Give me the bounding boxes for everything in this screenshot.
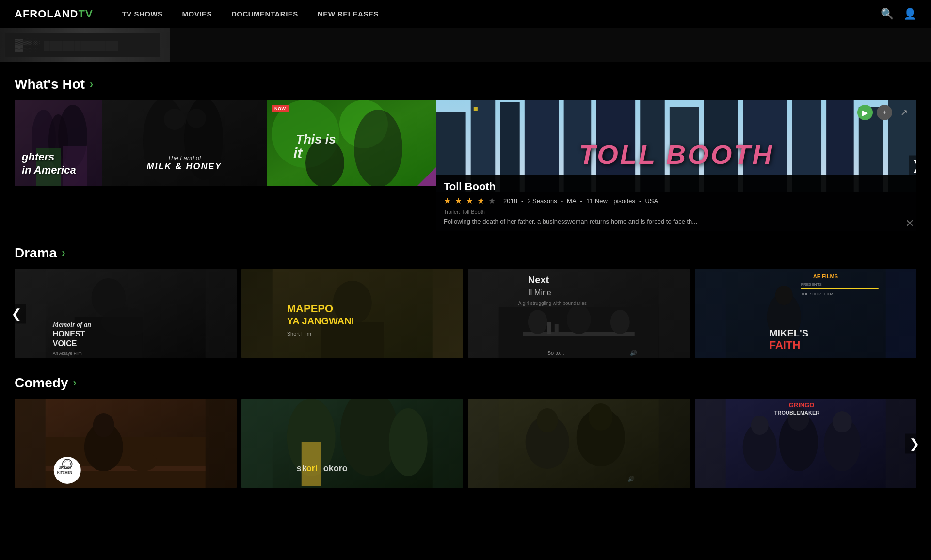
nav-links: TV SHOWS MOVIES DOCUMENTARIES NEW RELEAS… — [122, 10, 881, 18]
svg-rect-78 — [801, 288, 878, 289]
featured-meta: ★ ★ ★ ★ ★ 2018 - 2 Seasons - MA - 11 New… — [444, 196, 909, 206]
featured-trailer-label: Trailer: Toll Booth — [444, 209, 909, 215]
brand-logo[interactable]: AFROLANDTV — [15, 8, 93, 20]
svg-text:🔊: 🔊 — [627, 475, 635, 482]
featured-panel-toll-booth[interactable]: TOLL BOOTH ▶ + ↗ Toll Booth ★ ★ ★ ★ ★ 20… — [436, 100, 916, 231]
svg-text:A girl struggling with boundar: A girl struggling with boundaries — [518, 301, 587, 306]
nav-item-tv-shows[interactable]: TV SHOWS — [122, 10, 163, 18]
brand-logo-highlight: TV — [78, 8, 93, 20]
drama-header: Drama › — [15, 245, 916, 261]
hot-card-2-bg: The Land of MILK & HONEY — [102, 100, 267, 186]
corner-accent — [417, 167, 436, 186]
svg-text:▓▒░: ▓▒░ — [15, 38, 40, 52]
drama-card-memoir[interactable]: Memoir of an HONEST VOICE An Ablaye Film — [15, 269, 237, 358]
svg-text:KITCHEN: KITCHEN — [57, 471, 72, 474]
svg-point-12 — [164, 109, 185, 130]
featured-close-button[interactable]: ✕ — [905, 217, 914, 230]
svg-text:FAITH: FAITH — [769, 339, 800, 351]
hero-top-bar: ▓▒░ ████████████ — [0, 28, 931, 62]
svg-text:GRINGO: GRINGO — [788, 401, 814, 409]
featured-sep1: - — [521, 197, 523, 205]
svg-text:ori: ori — [306, 464, 317, 473]
featured-country: USA — [645, 197, 658, 205]
svg-point-105 — [589, 403, 613, 431]
main-content: What's Hot › — [0, 62, 931, 498]
featured-play-button[interactable]: ▶ — [857, 105, 873, 120]
drama-title: Drama — [15, 245, 57, 261]
hot-card-land-of-milk-honey[interactable]: The Land of MILK & HONEY — [102, 100, 267, 186]
svg-text:🔊: 🔊 — [630, 349, 637, 356]
svg-point-66 — [567, 305, 591, 334]
featured-add-button[interactable]: + — [877, 105, 892, 120]
comedy-arrow[interactable]: › — [73, 377, 76, 389]
svg-rect-64 — [555, 324, 559, 334]
search-icon[interactable]: 🔍 — [881, 8, 894, 20]
drama-cards-row: Memoir of an HONEST VOICE An Ablaye Film — [15, 269, 916, 358]
comedy-card-3[interactable]: 🔊 — [468, 399, 690, 488]
drama-arrow[interactable]: › — [62, 247, 65, 259]
svg-text:Short Film: Short Film — [287, 331, 311, 336]
mapepo-bg: MAPEPO YA JANGWANI Short Film — [241, 269, 464, 358]
svg-text:PRESENTS: PRESENTS — [801, 282, 821, 287]
star-empty: ★ — [488, 196, 496, 206]
mikels-faith-image: AE FILMS PRESENTS THE SHORT FILM MIKEL'S… — [695, 269, 917, 358]
drama-card-next-to-mine[interactable]: Next II Mine A girl struggling with boun… — [468, 269, 690, 358]
featured-show-title: Toll Booth — [444, 180, 909, 193]
featured-year: 2018 — [503, 197, 517, 205]
svg-point-65 — [528, 310, 547, 334]
svg-text:An Ablaye Film: An Ablaye Film — [53, 351, 82, 356]
svg-point-113 — [832, 411, 851, 432]
svg-point-75 — [775, 286, 792, 305]
nav-item-documentaries[interactable]: DOCUMENTARIES — [231, 10, 298, 18]
svg-text:okoro: okoro — [323, 464, 347, 473]
hero-top-thumbnail: ▓▒░ ████████████ — [0, 28, 170, 62]
comedy-title: Comedy — [15, 375, 68, 391]
svg-point-13 — [187, 109, 206, 128]
featured-next-arrow[interactable]: ❯ — [909, 156, 916, 176]
whats-hot-cards: ghtersin America — [15, 100, 436, 186]
featured-action-buttons: ▶ + ↗ — [857, 105, 912, 120]
svg-text:HONEST: HONEST — [53, 330, 85, 338]
gringo-image: GRINGO TROUBLEMAKER — [695, 399, 917, 488]
comedy-card-gringo-troublemaker[interactable]: GRINGO TROUBLEMAKER — [695, 399, 917, 488]
svg-text:████████████: ████████████ — [44, 40, 118, 51]
next-mine-image: Next II Mine A girl struggling with boun… — [468, 269, 690, 358]
svg-point-96 — [388, 408, 427, 476]
mikels-faith-bg: AE FILMS PRESENTS THE SHORT FILM MIKEL'S… — [695, 269, 917, 358]
drama-card-mikels-faith[interactable]: AE FILMS PRESENTS THE SHORT FILM MIKEL'S… — [695, 269, 917, 358]
nav-item-new-releases[interactable]: NEW RELEASES — [318, 10, 379, 18]
whats-hot-header: What's Hot › — [15, 77, 916, 92]
this-is-it-image: This is it — [267, 100, 436, 186]
hot-card-this-is-it[interactable]: This is it NOW — [267, 100, 436, 186]
hot-card-1-bg: ghtersin America — [15, 100, 102, 186]
whats-hot-arrow[interactable]: › — [90, 78, 93, 91]
daughters-card-text: ghtersin America — [22, 151, 76, 176]
comedy-next-arrow[interactable]: ❯ — [905, 433, 924, 453]
drama-prev-arrow[interactable]: ❮ — [7, 304, 26, 323]
svg-text:THE SHORT FILM: THE SHORT FILM — [801, 292, 833, 296]
svg-point-18 — [354, 110, 402, 186]
comedy-card-skoriokoro[interactable]: sk ori okoro — [241, 399, 464, 488]
svg-point-111 — [751, 416, 768, 435]
svg-text:So to...: So to... — [547, 350, 564, 356]
hot-card-daughters-in-america[interactable]: ghtersin America — [15, 100, 102, 186]
svg-text:MAPEPO: MAPEPO — [287, 303, 333, 315]
svg-text:TROUBLEMAKER: TROUBLEMAKER — [774, 410, 819, 416]
hero-top-image-inner: ▓▒░ ████████████ — [0, 28, 170, 62]
drama-card-mapepo[interactable]: MAPEPO YA JANGWANI Short Film — [241, 269, 464, 358]
svg-text:II Mine: II Mine — [528, 288, 551, 297]
comedy-section: Comedy › — [15, 375, 916, 488]
svg-text:Next: Next — [528, 274, 549, 285]
comedy-card-urban-kitchen[interactable]: URBAN KITCHEN — [15, 399, 237, 488]
next-mine-bg: Next II Mine A girl struggling with boun… — [468, 269, 690, 358]
whats-hot-title: What's Hot — [15, 77, 85, 92]
featured-new-eps: 11 New Episodes — [586, 197, 635, 205]
svg-text:MIKEL'S: MIKEL'S — [769, 328, 808, 338]
star-1: ★ — [444, 196, 451, 206]
featured-share-button[interactable]: ↗ — [896, 105, 912, 120]
nav-item-movies[interactable]: MOVIES — [182, 10, 212, 18]
toll-booth-display-title: TOLL BOOTH — [579, 139, 774, 170]
user-icon[interactable]: 👤 — [903, 8, 916, 20]
svg-rect-38 — [474, 107, 478, 111]
memoir-bg: Memoir of an HONEST VOICE An Ablaye Film — [15, 269, 237, 358]
